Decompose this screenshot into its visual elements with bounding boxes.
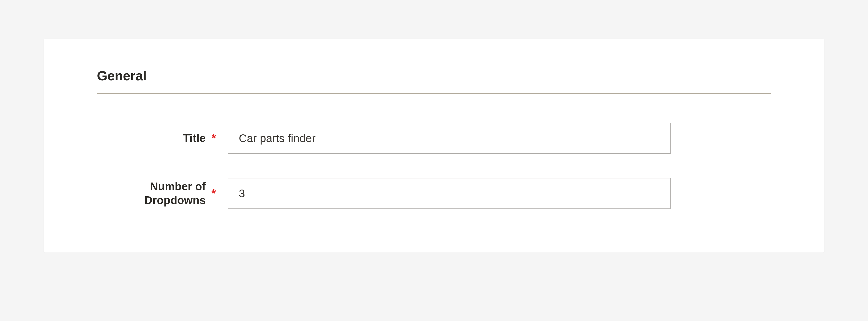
title-row: Title * bbox=[97, 123, 771, 154]
required-icon: * bbox=[211, 188, 216, 199]
dropdowns-label-wrap: Number of Dropdowns * bbox=[97, 180, 228, 207]
dropdowns-row: Number of Dropdowns * bbox=[97, 178, 771, 209]
title-label-wrap: Title * bbox=[97, 131, 228, 145]
title-input[interactable] bbox=[228, 123, 671, 154]
section-title: General bbox=[97, 68, 771, 84]
dropdowns-label: Number of Dropdowns bbox=[104, 180, 206, 207]
general-section-card: General Title * Number of Dropdowns * bbox=[43, 39, 825, 253]
section-divider bbox=[97, 93, 771, 94]
dropdowns-input[interactable] bbox=[228, 178, 671, 209]
required-icon: * bbox=[211, 132, 216, 144]
title-label: Title bbox=[183, 131, 206, 145]
